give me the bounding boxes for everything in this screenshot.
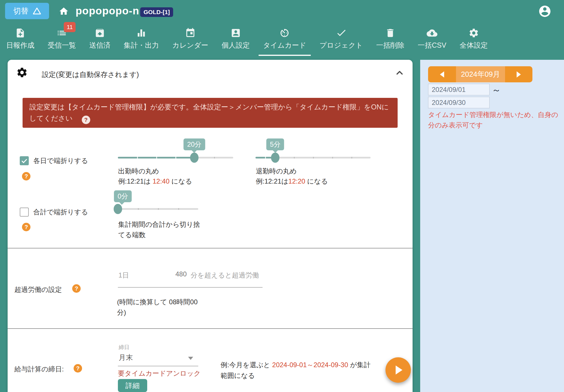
slider-example: 例:12:21は12:20 になる: [256, 177, 328, 186]
next-month-button[interactable]: [505, 66, 532, 82]
detail-button[interactable]: 詳細: [118, 379, 147, 392]
triangle-icon: [33, 7, 41, 15]
slider-thumb[interactable]: [190, 153, 199, 163]
switch-button-label: 切替: [13, 6, 28, 16]
overtime-suffix: 分を超えると超過労働: [191, 271, 259, 280]
id-card-icon: [230, 28, 241, 38]
input-underline: [118, 366, 198, 366]
slider-value-tooltip: 5分: [266, 138, 284, 150]
slider-example: 例:12:21は 12:40 になる: [118, 177, 192, 186]
nav-item-timecard[interactable]: タイムカード: [263, 25, 306, 56]
overtime-section-label: 超過労働の設定: [14, 285, 62, 294]
nav-label: 一括削除: [376, 41, 404, 50]
next-fab-button[interactable]: [385, 357, 411, 383]
overtime-prefix: 1日: [118, 271, 129, 280]
clock-in-rounding-slider: 20分 出勤時の丸め 例:12:21は 12:40 になる: [118, 138, 233, 189]
daily-rounding-label: 各日で端折りする: [33, 156, 88, 165]
daily-rounding-row: 各日で端折りする: [20, 156, 88, 165]
prev-month-button[interactable]: [428, 66, 456, 82]
help-icon[interactable]: [22, 172, 30, 180]
nav-label: 受信一覧: [48, 41, 76, 50]
nav-label: 日報作成: [6, 41, 34, 50]
current-month-label[interactable]: 2024年09月: [456, 66, 505, 82]
example-date-range: 2024-09-01～2024-09-30: [272, 361, 348, 369]
nav-item-aggregate-output[interactable]: 集計・出力: [124, 25, 159, 56]
help-icon[interactable]: [72, 284, 81, 293]
nav-label: タイムカード: [263, 41, 306, 50]
example-result: 12:40: [153, 177, 169, 185]
account-circle-icon[interactable]: [538, 5, 552, 18]
permission-warning-banner: 設定変更は【タイムカード管理権限】が必要です。全体設定ー＞メンバー管理から「タイ…: [23, 98, 398, 128]
closing-day-select[interactable]: 締日 月末: [118, 344, 198, 366]
calendar-icon: [185, 28, 196, 38]
daily-rounding-checkbox[interactable]: [20, 156, 29, 165]
nav-item-project[interactable]: プロジェクト: [320, 25, 363, 56]
plan-badge: GOLD-[1]: [140, 7, 173, 17]
app-title: popopopo-n: [76, 5, 139, 17]
unarchive-icon: [94, 28, 105, 38]
nav-label: プロジェクト: [320, 41, 363, 50]
payroll-section-label: 給与計算の締日:: [14, 365, 64, 374]
home-icon[interactable]: [59, 6, 69, 16]
section-divider: [8, 248, 413, 248]
help-icon[interactable]: [22, 223, 30, 231]
total-rounding-description: 集計期間の合計から切り捨てる端数: [118, 219, 203, 240]
nav-item-sent[interactable]: 送信済: [89, 25, 111, 56]
nav-label: 個人設定: [222, 41, 250, 50]
nav-item-daily-report[interactable]: 日報作成: [6, 25, 34, 56]
date-range-separator: ～: [492, 84, 501, 96]
period-sidebar: 2024年09月 ～ タイムカード管理権限が無いため、自身の分のみ表示可です: [420, 60, 564, 392]
switch-button[interactable]: 切替: [5, 3, 49, 19]
slider-value-tooltip: 20分: [184, 138, 205, 150]
total-rounding-checkbox[interactable]: [20, 208, 29, 217]
nav-item-bulk-delete[interactable]: 一括削除: [376, 25, 404, 56]
date-from-input[interactable]: [428, 84, 490, 95]
nav-label: 一括CSV: [418, 41, 446, 50]
main-nav: 日報作成 11 受信一覧 送信済 集計・出力 カレンダー 個人設定 タイムカ: [0, 23, 494, 58]
slider-thumb[interactable]: [114, 204, 122, 214]
nav-label: 集計・出力: [124, 41, 159, 50]
select-label: 締日: [119, 344, 129, 351]
help-icon[interactable]: [82, 116, 90, 124]
nav-label: 送信済: [89, 41, 111, 50]
total-rounding-row: 合計で端折りする: [20, 208, 88, 217]
nav-label: 全体設定: [460, 41, 488, 50]
nav-item-global-settings[interactable]: 全体設定: [460, 25, 488, 56]
slider-track[interactable]: [118, 157, 233, 158]
overtime-minutes-input[interactable]: [129, 268, 187, 280]
page: 切替 popopopo-n GOLD-[1] 日報作成 11 受信一覧 送信済: [0, 0, 564, 392]
nav-item-bulk-csv[interactable]: 一括CSV: [418, 25, 446, 56]
overtime-note: (時間に換算して 08時間00分): [117, 297, 204, 318]
unread-count-badge: 11: [64, 22, 76, 32]
nav-label: カレンダー: [172, 41, 208, 50]
gear-icon: [16, 67, 28, 78]
chevron-up-icon[interactable]: [395, 68, 405, 78]
example-result: 12:20: [288, 177, 305, 185]
gear-icon: [468, 28, 479, 38]
payroll-example: 例:今月を選ぶと 2024-09-01～2024-09-30 が集計範囲になる: [221, 360, 374, 381]
slider-track[interactable]: [118, 208, 198, 210]
top-bar: 切替 popopopo-n GOLD-[1]: [0, 0, 564, 23]
date-to-input[interactable]: [428, 97, 490, 108]
bar-chart-icon: [136, 28, 147, 38]
help-icon[interactable]: [74, 364, 82, 373]
timer-icon: [279, 28, 290, 38]
slider-thumb[interactable]: [271, 153, 279, 163]
slider-title: 退勤時の丸め: [256, 167, 297, 176]
input-underline: [118, 287, 263, 288]
note-add-icon: [15, 28, 26, 38]
timecard-unlock-link[interactable]: 要タイムカードアンロック: [118, 369, 201, 378]
trash-icon: [385, 28, 396, 38]
slider-title: 出勤時の丸め: [118, 167, 159, 176]
permission-notice: タイムカード管理権限が無いため、自身の分のみ表示可です: [428, 109, 561, 130]
nav-item-inbox[interactable]: 11 受信一覧: [48, 25, 76, 56]
checkmark-icon: [336, 28, 347, 38]
settings-panel: 設定(変更は自動保存されます) 設定変更は【タイムカード管理権限】が必要です。全…: [8, 60, 413, 392]
slider-value-tooltip: 0分: [114, 190, 132, 202]
panel-title: 設定(変更は自動保存されます): [42, 70, 139, 79]
nav-item-personal-settings[interactable]: 個人設定: [222, 25, 250, 56]
nav-item-calendar[interactable]: カレンダー: [172, 25, 208, 56]
month-navigator: 2024年09月: [428, 66, 532, 82]
chevron-left-icon: [440, 71, 444, 78]
chevron-down-icon: [188, 357, 193, 360]
